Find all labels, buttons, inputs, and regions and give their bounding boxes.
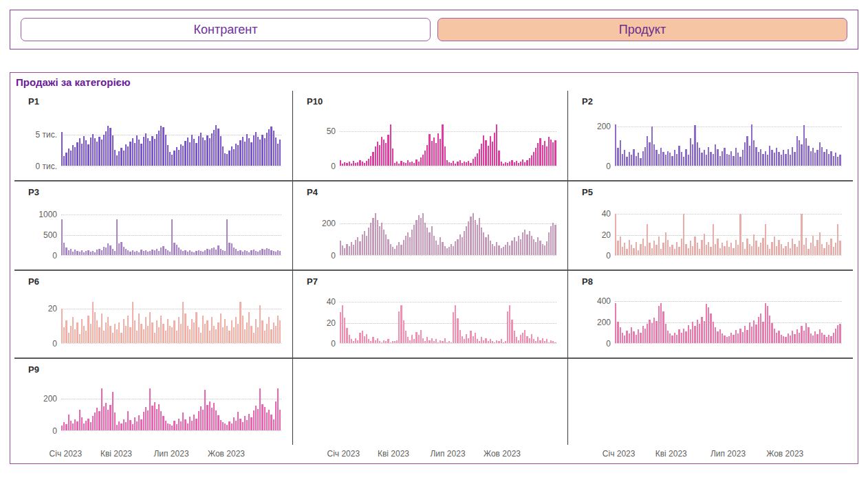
bar <box>496 242 497 255</box>
bar <box>437 133 439 166</box>
bar <box>433 236 435 255</box>
tab-kontragent[interactable]: Контрагент <box>21 18 431 41</box>
bar <box>191 421 193 430</box>
bar <box>678 247 680 255</box>
bar <box>446 248 448 256</box>
bar <box>118 243 120 255</box>
bar <box>437 245 439 255</box>
bar <box>68 148 69 166</box>
bar <box>200 133 202 166</box>
bar <box>65 153 67 166</box>
bar <box>658 154 660 166</box>
bar <box>116 425 118 430</box>
bar <box>385 341 387 343</box>
bar <box>61 219 63 255</box>
bar <box>501 162 502 166</box>
bar <box>803 125 805 166</box>
bar <box>426 337 428 343</box>
bar <box>253 333 254 343</box>
bar <box>424 223 426 255</box>
bar <box>835 153 836 166</box>
x-axis-row: Січ 2023Кві 2023Лип 2023Жов 2023 <box>567 445 853 463</box>
x-axis-label: Жов 2023 <box>208 449 245 459</box>
y-tick-label: 400 <box>575 296 611 306</box>
bar <box>481 337 482 343</box>
bar <box>222 327 224 343</box>
bar <box>385 143 387 166</box>
bar <box>481 144 482 166</box>
bar <box>548 342 550 344</box>
y-tick-label: 0 <box>300 339 336 349</box>
bar <box>511 320 512 344</box>
x-axis-label: Січ 2023 <box>50 449 83 459</box>
bar <box>765 224 766 255</box>
bar <box>483 340 484 344</box>
bars <box>340 212 556 256</box>
bar <box>760 314 761 343</box>
bar <box>167 145 169 166</box>
bar <box>134 252 135 255</box>
bar <box>708 307 709 343</box>
bar <box>704 150 705 166</box>
bar <box>514 331 515 343</box>
bar <box>162 127 164 166</box>
bar <box>790 248 791 256</box>
bar <box>250 417 252 430</box>
bar <box>85 140 87 166</box>
bar <box>220 314 221 343</box>
bar <box>359 160 360 166</box>
bar <box>87 250 89 255</box>
bar <box>459 160 461 166</box>
bar <box>206 249 208 255</box>
bar <box>90 422 91 430</box>
y-tick-label: 200 <box>300 219 336 228</box>
bar <box>776 148 777 166</box>
bar <box>724 336 725 343</box>
bar <box>507 311 508 344</box>
bar <box>123 247 124 255</box>
bar <box>739 214 741 255</box>
bar <box>726 337 728 343</box>
x-axis-label: Жов 2023 <box>766 449 803 459</box>
bar <box>717 331 718 343</box>
bar <box>638 329 639 343</box>
bar <box>213 403 215 430</box>
bar <box>426 145 428 166</box>
bar <box>550 340 552 344</box>
bar <box>622 247 623 255</box>
bar <box>257 252 259 255</box>
bar <box>453 312 454 343</box>
bar <box>448 247 450 255</box>
bar <box>505 162 506 166</box>
bar <box>833 333 834 343</box>
bar <box>351 164 352 166</box>
bar <box>837 224 838 255</box>
bar <box>160 126 162 166</box>
bar <box>511 241 512 255</box>
bar <box>273 322 274 343</box>
bar <box>733 248 734 256</box>
bar <box>215 410 217 430</box>
bar <box>72 317 74 343</box>
bars <box>615 212 842 256</box>
bar <box>781 335 782 343</box>
bar <box>187 138 188 166</box>
bar <box>420 218 422 255</box>
bar <box>375 146 376 166</box>
bar <box>520 335 521 343</box>
tab-produkt[interactable]: Продукт <box>437 18 847 41</box>
bar <box>418 162 420 166</box>
bar <box>466 162 467 166</box>
bars <box>61 212 281 256</box>
bar <box>70 249 72 255</box>
bar <box>76 142 78 166</box>
bar <box>96 142 98 166</box>
bar <box>796 329 798 343</box>
bar <box>138 140 140 166</box>
bar <box>537 143 539 166</box>
bar <box>120 148 122 166</box>
bar <box>279 410 281 430</box>
bar <box>83 252 85 255</box>
x-axis-label: Січ 2023 <box>603 449 636 459</box>
bar <box>370 223 371 255</box>
